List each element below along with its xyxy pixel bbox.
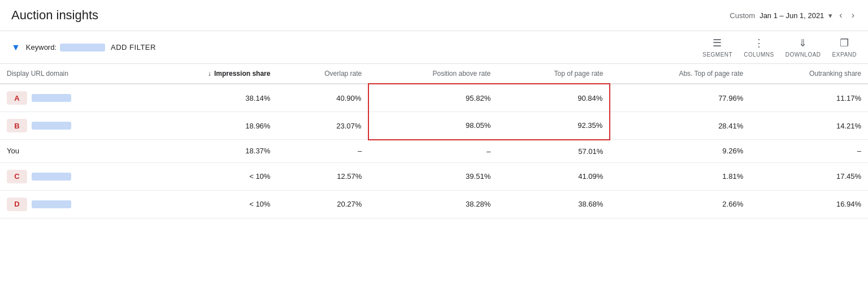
toolbar-right: ☰ SEGMENT ⋮ COLUMNS ⇓ DOWNLOAD ❐ EXPAND [702, 37, 857, 58]
domain-name-blurred [32, 200, 71, 208]
cell-overlap-rate: 23.07% [277, 112, 368, 140]
columns-icon: ⋮ [754, 37, 765, 49]
prev-date-arrow[interactable]: ‹ [837, 8, 844, 23]
col-header-abs-top-of-page-rate: Abs. Top of page rate [610, 64, 750, 84]
filter-left: ▼ Keyword: ADD FILTER [11, 42, 156, 53]
download-icon: ⇓ [798, 37, 808, 49]
domain-badge: B [7, 119, 27, 132]
cell-overlap-rate: – [277, 140, 368, 163]
cell-position-above-rate: – [368, 140, 497, 163]
expand-label: EXPAND [832, 52, 857, 58]
cell-outranking-share: 16.94% [750, 190, 868, 218]
domain-badge: D [7, 198, 27, 211]
cell-top-of-page-rate: 41.09% [497, 162, 610, 190]
page-title: Auction insights [11, 8, 98, 23]
cell-outranking-share: 17.45% [750, 162, 868, 190]
col-header-position-above-rate: Position above rate [368, 64, 497, 84]
cell-top-of-page-rate: 92.35% [497, 112, 610, 140]
cell-outranking-share: 14.21% [750, 112, 868, 140]
date-nav: Custom Jan 1 – Jun 1, 2021 ▾ ‹ › [730, 8, 857, 23]
cell-outranking-share: – [750, 140, 868, 163]
date-label: Custom [730, 11, 755, 20]
add-filter-button[interactable]: ADD FILTER [111, 43, 156, 52]
cell-top-of-page-rate: 90.84% [497, 84, 610, 112]
cell-domain: C [0, 162, 140, 190]
keyword-filter[interactable]: Keyword: [26, 43, 105, 52]
auction-insights-table: Display URL domain ↓ Impression share Ov… [0, 64, 868, 218]
cell-position-above-rate: 38.28% [368, 190, 497, 218]
domain-badge: A [7, 91, 27, 105]
table-row: B 18.96%23.07%98.05%92.35%28.41%14.21% [0, 112, 868, 140]
table-row: A 38.14%40.90%95.82%90.84%77.96%11.17% [0, 84, 868, 112]
cell-domain: You [0, 140, 140, 163]
expand-button[interactable]: ❐ EXPAND [832, 37, 857, 58]
table-row: You18.37%––57.01%9.26%– [0, 140, 868, 163]
cell-position-above-rate: 95.82% [368, 84, 497, 112]
segment-icon: ☰ [713, 37, 722, 49]
keyword-value [60, 44, 105, 52]
cell-abs-top-of-page-rate: 2.66% [610, 190, 750, 218]
segment-label: SEGMENT [702, 52, 732, 58]
table-row: C < 10%12.57%39.51%41.09%1.81%17.45% [0, 162, 868, 190]
domain-name-blurred [32, 173, 71, 181]
expand-icon: ❐ [840, 37, 849, 49]
filter-icon: ▼ [11, 42, 20, 53]
date-range: Jan 1 – Jun 1, 2021 [760, 11, 824, 20]
download-button[interactable]: ⇓ DOWNLOAD [785, 37, 821, 58]
cell-abs-top-of-page-rate: 28.41% [610, 112, 750, 140]
col-header-impression-share[interactable]: ↓ Impression share [140, 64, 277, 84]
cell-abs-top-of-page-rate: 1.81% [610, 162, 750, 190]
cell-position-above-rate: 98.05% [368, 112, 497, 140]
cell-impression-share: 18.37% [140, 140, 277, 163]
cell-domain: D [0, 190, 140, 218]
cell-top-of-page-rate: 38.68% [497, 190, 610, 218]
cell-domain: A [0, 84, 140, 112]
segment-button[interactable]: ☰ SEGMENT [702, 37, 732, 58]
cell-outranking-share: 11.17% [750, 84, 868, 112]
cell-overlap-rate: 20.27% [277, 190, 368, 218]
keyword-label: Keyword: [26, 43, 57, 52]
cell-impression-share: < 10% [140, 190, 277, 218]
top-bar: Auction insights Custom Jan 1 – Jun 1, 2… [0, 0, 868, 31]
domain-name-blurred [32, 122, 71, 130]
sort-arrow-icon: ↓ [208, 70, 211, 78]
cell-position-above-rate: 39.51% [368, 162, 497, 190]
download-label: DOWNLOAD [785, 52, 821, 58]
columns-button[interactable]: ⋮ COLUMNS [744, 37, 774, 58]
cell-top-of-page-rate: 57.01% [497, 140, 610, 163]
cell-abs-top-of-page-rate: 77.96% [610, 84, 750, 112]
col-header-outranking-share: Outranking share [750, 64, 868, 84]
date-dropdown-icon[interactable]: ▾ [828, 11, 832, 20]
next-date-arrow[interactable]: › [849, 8, 857, 23]
col-header-domain: Display URL domain [0, 64, 140, 84]
table-row: D < 10%20.27%38.28%38.68%2.66%16.94% [0, 190, 868, 218]
cell-domain: B [0, 112, 140, 140]
columns-label: COLUMNS [744, 52, 774, 58]
cell-abs-top-of-page-rate: 9.26% [610, 140, 750, 163]
filter-bar: ▼ Keyword: ADD FILTER ☰ SEGMENT ⋮ COLUMN… [0, 31, 868, 64]
table-container: Display URL domain ↓ Impression share Ov… [0, 64, 868, 218]
cell-impression-share: 18.96% [140, 112, 277, 140]
col-header-overlap-rate: Overlap rate [277, 64, 368, 84]
domain-you-label: You [7, 147, 19, 155]
cell-overlap-rate: 40.90% [277, 84, 368, 112]
cell-impression-share: < 10% [140, 162, 277, 190]
cell-overlap-rate: 12.57% [277, 162, 368, 190]
cell-impression-share: 38.14% [140, 84, 277, 112]
domain-badge: C [7, 170, 27, 183]
col-header-top-of-page-rate: Top of page rate [497, 64, 610, 84]
domain-name-blurred [32, 94, 71, 102]
table-header-row: Display URL domain ↓ Impression share Ov… [0, 64, 868, 84]
